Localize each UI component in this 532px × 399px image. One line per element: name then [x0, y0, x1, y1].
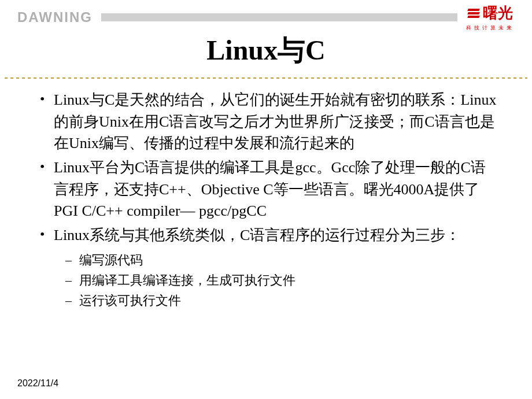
sub-bullet-item: 运行该可执行文件 — [65, 290, 500, 311]
slide-header: DAWNING 曙光 科技计算未来 — [0, 0, 532, 29]
sub-bullet-list: 编写源代码 用编译工具编译连接，生成可执行文件 运行该可执行文件 — [65, 250, 500, 311]
bullet-item: Linux与C是天然的结合，从它们的诞生开始就有密切的联系：Linux的前身Un… — [38, 89, 500, 154]
slide-content: Linux与C是天然的结合，从它们的诞生开始就有密切的联系：Linux的前身Un… — [0, 89, 532, 311]
slide-title: Linux与C — [0, 32, 532, 69]
footer-date: 2022/11/4 — [17, 378, 58, 389]
bullet-item: Linux系统与其他系统类似，C语言程序的运行过程分为三步： — [38, 224, 500, 246]
brand-logo-top: 曙光 — [468, 3, 513, 23]
main-bullet-list: Linux与C是天然的结合，从它们的诞生开始就有密切的联系：Linux的前身Un… — [38, 89, 500, 246]
brand-logo-right: 曙光 科技计算未来 — [466, 3, 515, 32]
brand-tagline: 科技计算未来 — [466, 24, 515, 32]
divider-line — [5, 77, 527, 79]
sub-bullet-item: 编写源代码 — [65, 250, 500, 270]
logo-stripes-icon — [468, 9, 479, 18]
brand-chinese-name: 曙光 — [483, 3, 513, 23]
bullet-item: Linux平台为C语言提供的编译工具是gcc。Gcc除了处理一般的C语言程序，还… — [38, 157, 500, 222]
brand-text-left: DAWNING — [17, 9, 93, 25]
header-decorative-bar — [101, 13, 457, 21]
sub-bullet-item: 用编译工具编译连接，生成可执行文件 — [65, 270, 500, 290]
